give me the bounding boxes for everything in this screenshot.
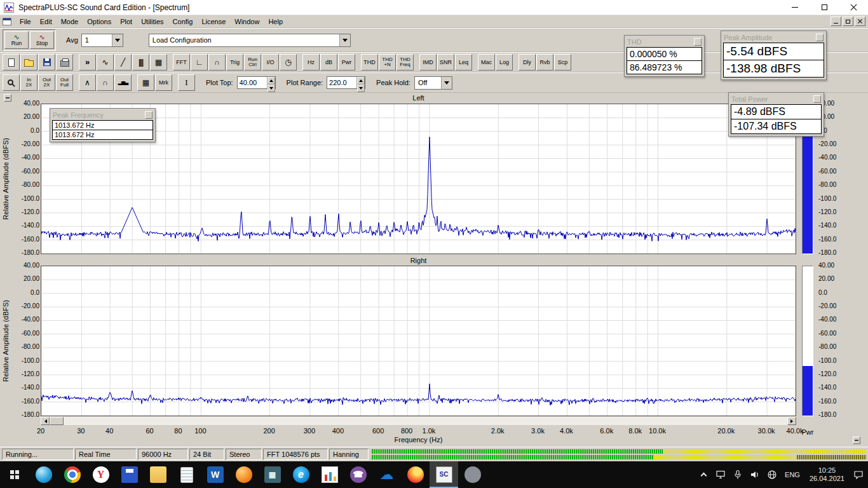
run-control-button[interactable]: RunCtrl	[244, 54, 261, 71]
avg-select[interactable]: 1	[81, 34, 123, 47]
grid-options-button[interactable]: ▦	[137, 74, 154, 91]
taskbar-app-backup[interactable]	[115, 461, 144, 488]
right-channel-plot[interactable]	[41, 266, 796, 416]
total-power-panel[interactable]: Total Power -4.89 dBFS -107.34 dBFS	[728, 92, 824, 137]
save-file-button[interactable]	[38, 54, 55, 71]
menu-item-plot[interactable]: Plot	[116, 17, 137, 27]
taskbar-app-deluge[interactable]	[29, 461, 58, 488]
surface-view-button[interactable]: ▦	[150, 54, 167, 71]
io-device-button[interactable]: I/O	[262, 54, 279, 71]
taskbar-app-chrome[interactable]	[58, 461, 86, 488]
thd-panel-menu-button[interactable]	[694, 38, 702, 46]
horizontal-scrollbar[interactable]	[41, 417, 796, 425]
new-file-button[interactable]	[3, 54, 20, 71]
plot-range-up-button[interactable]	[357, 77, 365, 85]
plot-top-down-button[interactable]	[268, 85, 275, 92]
notification-center-icon[interactable]	[853, 461, 864, 488]
stop-button[interactable]: ∿ Stop	[30, 31, 54, 49]
reverb-button[interactable]: Rvb	[536, 54, 553, 71]
collapse-button-bottom[interactable]	[853, 437, 860, 444]
zoom-button[interactable]	[3, 74, 20, 91]
scope-button[interactable]: Scp	[554, 54, 571, 71]
taskbar-app-browser[interactable]	[229, 461, 258, 488]
zoom-out-full-button[interactable]: OutFull	[56, 74, 73, 91]
spectrogram-view-button[interactable]: |||	[132, 54, 149, 71]
taskbar-app-yandex-browser[interactable]: Y	[86, 461, 115, 488]
mdi-child-icon[interactable]	[3, 18, 11, 25]
menu-item-mode[interactable]: Mode	[57, 17, 83, 27]
peak-hold-dropdown-button[interactable]	[441, 77, 452, 89]
zoom-out-2x-button[interactable]: Out2X	[38, 74, 55, 91]
menu-item-file[interactable]: File	[15, 17, 36, 27]
scaling-button[interactable]: ∟	[191, 54, 208, 71]
load-configuration-select[interactable]: Load Configuration	[149, 34, 351, 47]
language-indicator[interactable]: ENG	[783, 471, 801, 478]
run-button[interactable]: ∿ Run	[4, 31, 29, 49]
zoom-in-2x-button[interactable]: In2X	[20, 74, 37, 91]
peak-hold-select[interactable]: Off	[414, 76, 452, 90]
plot-top-up-button[interactable]	[268, 77, 275, 85]
total-power-panel-menu-button[interactable]	[813, 95, 821, 103]
taskbar-app-firefox[interactable]	[401, 461, 430, 488]
time-series-view-button[interactable]: ∿	[97, 54, 114, 71]
trigger-button[interactable]: Trig	[226, 54, 243, 71]
units-pwr-button[interactable]: Pwr	[338, 54, 355, 71]
scroll-left-button[interactable]	[41, 417, 50, 425]
peak-amplitude-panel-menu-button[interactable]	[816, 34, 824, 41]
load-configuration-dropdown-button[interactable]	[339, 34, 350, 46]
thd-panel-titlebar[interactable]: THD	[627, 36, 702, 48]
imd-button[interactable]: IMD	[419, 54, 437, 71]
plot-top-input[interactable]	[238, 77, 267, 88]
units-db-button[interactable]: dB	[320, 54, 337, 71]
menu-item-options[interactable]: Options	[83, 17, 116, 27]
fast-process-button[interactable]: »	[79, 54, 96, 71]
menu-item-help[interactable]: Help	[264, 17, 287, 27]
taskbar-app-viber[interactable]: ☎	[344, 461, 372, 488]
taskbar-app-file-explorer[interactable]	[144, 461, 172, 488]
fill-curve-button[interactable]: ∩	[97, 74, 114, 91]
peak-amplitude-panel-titlebar[interactable]: Peak Amplitude	[723, 31, 824, 43]
total-power-panel-titlebar[interactable]: Total Power	[731, 93, 822, 105]
thd-n-button[interactable]: THD+N	[379, 54, 396, 71]
snr-button[interactable]: SNR	[437, 54, 454, 71]
taskbar-app-onedrive[interactable]: ☁	[372, 461, 401, 488]
cursor-button[interactable]: I	[178, 74, 195, 91]
peak-frequency-panel-menu-button[interactable]	[145, 111, 153, 119]
taskbar-app-chart-app[interactable]	[315, 461, 344, 488]
logging-button[interactable]: Log	[496, 54, 513, 71]
delay-button[interactable]: Dly	[519, 54, 536, 71]
taskbar-app-edge[interactable]: e	[287, 461, 315, 488]
close-button[interactable]	[839, 0, 868, 15]
peak-curve-button[interactable]: ∧	[79, 74, 96, 91]
minimize-button[interactable]	[780, 0, 810, 15]
avg-dropdown-button[interactable]	[112, 34, 123, 46]
macro-button[interactable]: Mac	[478, 54, 495, 71]
phase-view-button[interactable]: ╱	[114, 54, 132, 71]
mdi-close-button[interactable]	[855, 17, 865, 26]
display-icon[interactable]	[715, 461, 726, 488]
taskbar-app-calculator[interactable]: ▦	[258, 461, 287, 488]
taskbar-clock[interactable]: 10:25 26.04.2021	[807, 466, 847, 483]
units-hz-button[interactable]: Hz	[302, 54, 320, 71]
plot-range-input[interactable]	[327, 77, 356, 88]
markers-button[interactable]: Mrk	[155, 74, 172, 91]
leq-button[interactable]: Leq	[455, 54, 472, 71]
print-button[interactable]	[56, 54, 73, 71]
fft-settings-button[interactable]: FFT	[173, 54, 190, 71]
peak-frequency-panel-titlebar[interactable]: Peak Frequency	[52, 109, 153, 121]
peak-frequency-panel[interactable]: Peak Frequency 1013.672 Hz 1013.672 Hz	[50, 108, 156, 142]
start-button[interactable]	[0, 461, 29, 488]
taskbar-app-notepad[interactable]	[172, 461, 201, 488]
open-file-button[interactable]	[20, 54, 37, 71]
mdi-restore-button[interactable]	[843, 17, 853, 26]
taskbar-app-word[interactable]: W	[201, 461, 229, 488]
restore-button[interactable]	[810, 0, 839, 15]
network-icon[interactable]	[766, 461, 778, 488]
menu-item-edit[interactable]: Edit	[36, 17, 57, 27]
taskbar-app-gimp[interactable]	[458, 461, 487, 488]
mic-icon[interactable]	[732, 461, 743, 488]
menu-item-config[interactable]: Config	[168, 17, 198, 27]
menu-item-window[interactable]: Window	[230, 17, 264, 27]
menu-item-utilities[interactable]: Utilities	[137, 17, 168, 27]
mdi-minimize-button[interactable]	[831, 17, 841, 26]
